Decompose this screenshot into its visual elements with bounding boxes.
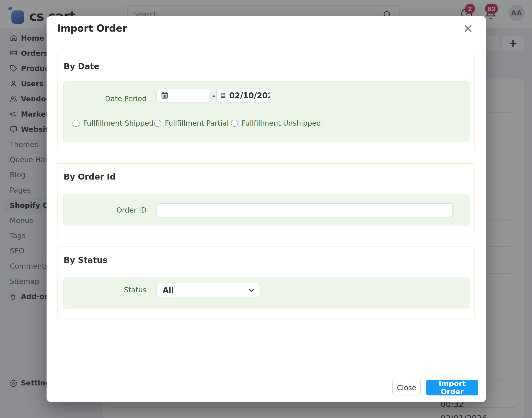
radio-fullfillment-shipped[interactable]: Fullfillment Shipped [72,119,154,127]
panel-by-order-id: Order ID [63,194,470,226]
date-to-field[interactable] [216,89,270,102]
section-heading-by-date: By Date [64,61,99,71]
panel-by-date: Date Period - Fullfillment Shipped Fullf… [63,81,470,142]
radio-circle-icon[interactable] [231,120,238,127]
date-period-label: Date Period [64,92,147,106]
radio-circle-icon[interactable] [154,120,161,127]
order-id-input[interactable] [157,203,453,217]
section-by-date: By Date Date Period - Fullfillment Shipp… [58,53,474,151]
modal-header: Import Order [46,16,486,41]
date-range-separator: - [211,89,216,102]
status-select-wrap: All [157,283,260,297]
section-by-status: By Status Status All [58,246,474,319]
section-heading-by-status: By Status [64,255,107,265]
section-heading-by-order-id: By Order Id [64,172,116,181]
import-order-button[interactable]: Import Order [426,380,478,395]
panel-by-status: Status All [63,277,470,309]
calendar-icon [220,91,226,100]
section-by-order-id: By Order Id Order ID [58,163,474,236]
modal-title: Import Order [57,16,127,41]
order-id-label: Order ID [64,203,147,217]
import-order-modal: Import Order By Date Date Period - Fullf… [46,16,486,402]
radio-circle-icon[interactable] [72,120,80,127]
radio-fullfillment-unshipped[interactable]: Fullfillment Unshipped [231,119,321,127]
status-select[interactable]: All [157,283,260,297]
radio-fullfillment-partial[interactable]: Fullfillment Partial [154,119,229,127]
footer-divider [46,368,486,368]
status-label: Status [64,283,147,297]
close-icon[interactable] [463,23,474,34]
close-button[interactable]: Close [392,380,421,395]
date-from-field[interactable] [157,89,210,102]
date-from-input[interactable] [172,91,205,100]
calendar-icon [160,91,169,100]
date-to-input[interactable] [229,91,270,100]
